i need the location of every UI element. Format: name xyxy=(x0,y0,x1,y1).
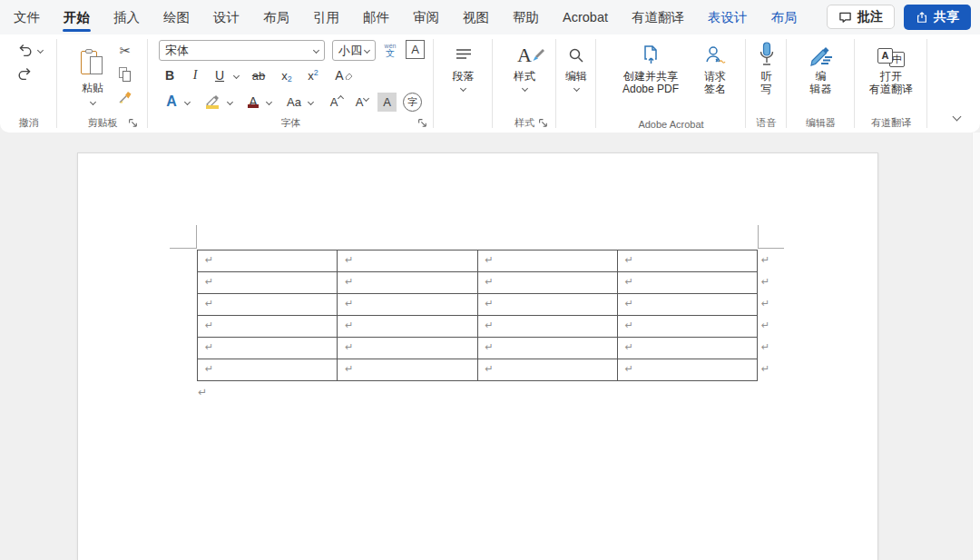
word-table[interactable]: ↵↵↵↵↵↵↵↵↵↵↵↵↵↵↵↵↵↵↵↵↵↵↵↵ xyxy=(197,250,758,381)
table-cell-r5-c1[interactable]: ↵ xyxy=(198,338,338,359)
cell-end-mark: ↵ xyxy=(485,319,494,330)
tab-10-normal[interactable]: 帮助 xyxy=(501,0,551,34)
undo-group-label: 撤消 xyxy=(0,116,57,130)
font-name-combobox[interactable]: 宋体 xyxy=(159,40,325,61)
editing-menu-button[interactable]: 编辑 xyxy=(556,34,596,91)
open-youdao-button[interactable]: A 中 打开 有道翻译 xyxy=(855,34,927,95)
text-effects-chevron[interactable] xyxy=(184,99,191,105)
format-painter-button[interactable] xyxy=(115,89,135,107)
table-cell-r4-c4[interactable]: ↵ xyxy=(618,316,758,338)
document-page[interactable]: ↵↵↵↵↵↵↵↵↵↵↵↵↵↵↵↵↵↵↵↵↵↵↵↵ ↵↵↵↵↵↵ ↵ xyxy=(77,152,878,560)
create-share-pdf-button[interactable]: 创建并共享 Adobe PDF xyxy=(609,34,692,95)
grow-font-button[interactable]: A xyxy=(326,91,348,113)
tab-3-normal[interactable]: 绘图 xyxy=(152,0,201,34)
table-cell-r2-c3[interactable]: ↵ xyxy=(478,272,618,294)
clear-formatting-button[interactable]: A xyxy=(332,65,356,85)
table-cell-r3-c4[interactable]: ↵ xyxy=(618,294,758,316)
tab-4-normal[interactable]: 设计 xyxy=(201,0,251,34)
tab-11-normal[interactable]: Acrobat xyxy=(551,0,620,34)
undo-button[interactable] xyxy=(15,41,45,59)
table-cell-r3-c2[interactable]: ↵ xyxy=(338,294,477,316)
request-signature-button[interactable]: 请求 签名 xyxy=(694,34,736,95)
underline-button[interactable]: U xyxy=(210,65,230,85)
paste-button[interactable]: 粘贴 xyxy=(74,39,112,113)
copy-button[interactable] xyxy=(115,65,135,84)
table-cell-r6-c3[interactable]: ↵ xyxy=(478,359,618,381)
character-shading-button[interactable]: A xyxy=(377,93,397,112)
paste-label: 粘贴 xyxy=(82,81,103,96)
underline-chevron[interactable] xyxy=(233,73,240,79)
dictate-button[interactable]: 听 写 xyxy=(746,34,787,95)
phonetic-guide-button[interactable]: wén 文 xyxy=(379,38,401,62)
tab-13-contextual[interactable]: 表设计 xyxy=(696,0,760,34)
table-cell-r1-c3[interactable]: ↵ xyxy=(478,251,618,272)
subscript-button[interactable]: x 2 xyxy=(276,65,298,85)
table-cell-r1-c4[interactable]: ↵ xyxy=(618,251,758,272)
table-cell-r6-c1[interactable]: ↵ xyxy=(198,359,338,381)
table-cell-r6-c2[interactable]: ↵ xyxy=(338,359,477,381)
editor-button[interactable]: 编 辑器 xyxy=(787,34,855,95)
text-effects-button[interactable]: A xyxy=(161,91,182,113)
tab-12-normal[interactable]: 有道翻译 xyxy=(620,0,696,34)
collapse-ribbon-chevron[interactable] xyxy=(953,113,962,122)
font-dialog-launcher[interactable] xyxy=(417,118,428,129)
enclose-characters-button[interactable]: 字 xyxy=(403,93,422,112)
table-cell-r4-c1[interactable]: ↵ xyxy=(198,316,338,338)
table-cell-r5-c4[interactable]: ↵ xyxy=(618,338,758,359)
ribbon-filler xyxy=(927,34,980,133)
strikethrough-button[interactable]: ab xyxy=(248,65,270,85)
table-cell-r6-c4[interactable]: ↵ xyxy=(618,359,758,381)
share-button[interactable]: 共享 xyxy=(904,5,971,30)
highlight-button[interactable] xyxy=(201,91,224,113)
vertical-scrollbar[interactable] xyxy=(972,133,980,560)
tab-6-normal[interactable]: 引用 xyxy=(301,0,351,34)
table-cell-r3-c1[interactable]: ↵ xyxy=(198,294,338,316)
change-case-button[interactable]: Aa xyxy=(282,91,306,113)
eraser-icon xyxy=(345,72,353,80)
tab-1-active[interactable]: 开始 xyxy=(52,0,102,34)
clipboard-dialog-launcher[interactable] xyxy=(128,118,139,129)
tab-7-normal[interactable]: 邮件 xyxy=(351,0,401,34)
shrink-font-button[interactable]: A xyxy=(351,91,373,113)
table-cell-r2-c2[interactable]: ↵ xyxy=(338,272,477,294)
cut-button[interactable]: ✂ xyxy=(115,42,135,60)
highlight-color-bar xyxy=(206,105,219,109)
font-size-value: 小四 xyxy=(338,43,362,59)
scissors-icon: ✂ xyxy=(120,43,132,59)
character-border-button[interactable]: A xyxy=(406,40,425,59)
table-cell-r1-c1[interactable]: ↵ xyxy=(198,251,338,272)
table-cell-r4-c2[interactable]: ↵ xyxy=(338,316,477,338)
table-cell-r3-c3[interactable]: ↵ xyxy=(478,294,618,316)
undo-dropdown-chevron[interactable] xyxy=(36,46,43,53)
highlight-chevron[interactable] xyxy=(227,99,233,105)
document-canvas[interactable]: ↵↵↵↵↵↵↵↵↵↵↵↵↵↵↵↵↵↵↵↵↵↵↵↵ ↵↵↵↵↵↵ ↵ xyxy=(0,133,980,560)
table-cell-r5-c3[interactable]: ↵ xyxy=(478,338,618,359)
tab-8-normal[interactable]: 审阅 xyxy=(401,0,451,34)
styles-menu-button[interactable]: A 样式 xyxy=(493,34,556,91)
tab-2-normal[interactable]: 插入 xyxy=(102,0,152,34)
change-case-chevron[interactable] xyxy=(308,99,314,105)
cell-end-mark: ↵ xyxy=(345,341,353,352)
comments-button[interactable]: 批注 xyxy=(827,5,895,29)
table-cell-r2-c1[interactable]: ↵ xyxy=(198,272,338,294)
italic-button[interactable]: I xyxy=(185,65,205,85)
font-size-combobox[interactable]: 小四 xyxy=(332,40,376,61)
paragraph-menu-button[interactable]: 段落 xyxy=(434,34,493,91)
font-color-chevron[interactable] xyxy=(266,99,272,105)
font-color-button[interactable]: A xyxy=(243,91,263,113)
table-cell-r4-c3[interactable]: ↵ xyxy=(478,316,618,338)
tab-0-normal[interactable]: 文件 xyxy=(2,0,52,34)
table-cell-r5-c2[interactable]: ↵ xyxy=(338,338,477,359)
paste-dropdown-chevron[interactable] xyxy=(89,98,95,104)
superscript-button[interactable]: x 2 xyxy=(302,65,324,85)
table-cell-r1-c2[interactable]: ↵ xyxy=(338,251,477,272)
tab-14-contextual[interactable]: 布局 xyxy=(759,0,808,34)
highlighter-icon xyxy=(204,93,220,110)
font-color-icon: A xyxy=(246,94,260,109)
redo-button[interactable] xyxy=(15,64,33,83)
table-cell-r2-c4[interactable]: ↵ xyxy=(618,272,758,294)
tab-9-normal[interactable]: 视图 xyxy=(451,0,501,34)
styles-dialog-launcher[interactable] xyxy=(538,118,549,129)
tab-5-normal[interactable]: 布局 xyxy=(251,0,301,34)
bold-button[interactable]: B xyxy=(160,65,180,85)
